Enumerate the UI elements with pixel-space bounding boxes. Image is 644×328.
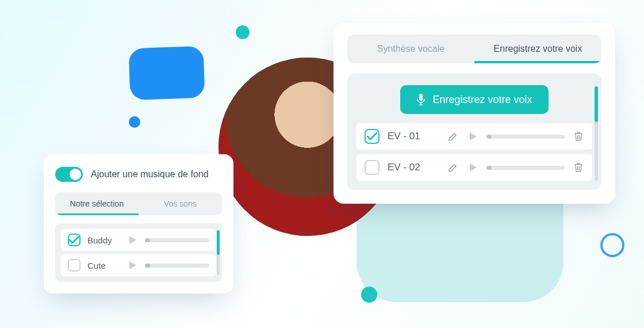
music-card: Ajouter une musique de fond Notre sélect… [44,154,233,293]
music-tabs: Notre sélection Vos sons [55,192,222,215]
recording-checkbox[interactable] [365,160,379,175]
blue-ring [600,233,624,257]
blue-blob [128,46,205,100]
trash-icon[interactable] [573,162,584,173]
playback-slider[interactable] [145,264,209,268]
teal-dot-bottom [361,287,377,303]
microphone-icon [416,93,425,106]
scrollbar[interactable] [595,86,598,181]
music-toggle-label: Ajouter une musique de fond [91,169,209,180]
record-button-label: Enregistrez votre voix [432,94,532,106]
music-checkbox[interactable] [68,259,80,272]
svg-rect-0 [419,94,423,101]
music-name: Cute [87,261,120,270]
music-toggle-row: Ajouter une musique de fond [55,167,222,182]
pencil-icon[interactable] [447,131,459,142]
voice-record-area: Enregistrez votre voix EV - 01 [347,74,601,190]
music-toggle[interactable] [55,167,83,182]
music-name: Buddy [87,235,120,245]
record-button[interactable]: Enregistrez votre voix [400,85,548,114]
tab-tts[interactable]: Synthèse vocale [347,35,474,63]
playback-slider[interactable] [145,238,209,242]
tab-our-selection[interactable]: Notre sélection [55,192,139,215]
trash-icon[interactable] [573,131,584,142]
playback-slider[interactable] [486,166,565,170]
voice-tabs: Synthèse vocale Enregistrez votre voix [347,35,601,63]
tab-your-sounds[interactable]: Vos sons [139,192,222,215]
play-icon[interactable] [126,234,138,246]
voice-card: Synthèse vocale Enregistrez votre voix E… [334,23,615,204]
music-list: Buddy Cute [55,223,222,282]
play-icon[interactable] [467,131,478,142]
recording-row: EV - 01 [356,123,592,150]
scrollbar[interactable] [217,230,220,275]
playback-slider[interactable] [486,135,565,139]
music-row: Cute [61,254,216,276]
music-row: Buddy [61,229,216,251]
recording-name: EV - 01 [388,131,439,142]
teal-dot-top [236,25,250,39]
recording-name: EV - 02 [388,162,439,173]
tab-record[interactable]: Enregistrez votre voix [474,35,601,63]
recording-row: EV - 02 [356,154,592,181]
blue-dot [129,116,140,128]
recording-checkbox[interactable] [365,129,379,144]
play-icon[interactable] [126,260,138,271]
play-icon[interactable] [467,162,478,173]
pencil-icon[interactable] [447,162,459,173]
music-checkbox[interactable] [68,234,80,246]
